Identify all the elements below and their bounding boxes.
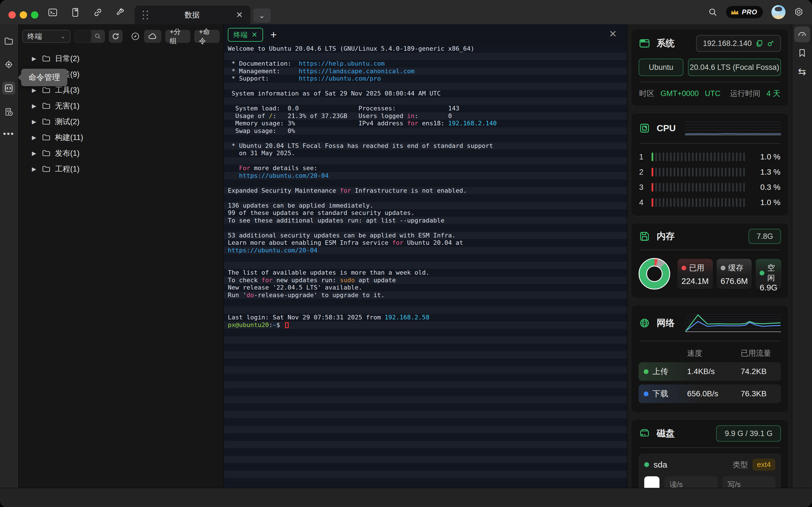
- terminal-line: [224, 262, 627, 269]
- caret-icon[interactable]: ▶: [32, 55, 38, 62]
- cpu-core-list: 11.0 %21.3 %30.3 %41.0 %: [639, 149, 781, 210]
- terminal-line: [224, 374, 627, 381]
- tree-item[interactable]: ▶构建(11): [18, 129, 223, 145]
- avatar[interactable]: [771, 5, 785, 19]
- bottom-bar: [0, 488, 812, 507]
- system-title: 系统: [657, 37, 675, 50]
- pro-badge[interactable]: PRO: [726, 6, 763, 18]
- terminal-line: [224, 82, 627, 90]
- terminal-line: * Ubuntu 20.04 LTS Focal Fossa has reach…: [224, 142, 627, 150]
- terminal-line: 136 updates can be applied immediately.: [224, 202, 627, 210]
- title-bar: 数据 ✕ ⌄ PRO: [0, 0, 812, 24]
- tree-item-label: 发布(1): [55, 148, 80, 158]
- terminal-line: * Documentation: https://help.ubuntu.com: [224, 60, 627, 68]
- monitor-tab-gauge-icon[interactable]: [794, 26, 810, 42]
- network-title: 网络: [657, 317, 675, 329]
- search-input[interactable]: [75, 30, 91, 43]
- terminal-pane: 终端 ✕ + ✕ Welcome to Ubuntu 20.04.6 LTS (…: [224, 24, 627, 488]
- tree-item[interactable]: ▶工程(1): [18, 161, 223, 177]
- memory-title: 内存: [657, 230, 675, 242]
- caret-icon[interactable]: ▶: [32, 118, 38, 125]
- cpu-title: CPU: [657, 123, 676, 133]
- network-row-speed: 1.4KB/s: [687, 367, 741, 376]
- terminal-line: https://ubuntu.com/20-04: [224, 247, 627, 255]
- window-minimize-button[interactable]: [20, 11, 27, 18]
- new-terminal-tab-button[interactable]: +: [270, 29, 276, 40]
- memory-tile-label-row: 空闲: [760, 263, 777, 283]
- sidebar-item-connections[interactable]: [2, 34, 15, 47]
- sidebar-item-target[interactable]: [2, 58, 15, 71]
- bookmark-icon[interactable]: [794, 45, 810, 61]
- transfer-icon[interactable]: ⇆: [794, 64, 810, 79]
- search-icon[interactable]: [708, 7, 718, 17]
- tab-list-dropdown[interactable]: ⌄: [253, 8, 271, 22]
- search-submit-icon[interactable]: [91, 30, 105, 43]
- wrench-icon[interactable]: [116, 8, 125, 17]
- memory-card: 内存 7.8G 已用224.1M缓存676.6M空闲6.9G: [631, 223, 789, 298]
- tab-data[interactable]: 数据 ✕: [135, 6, 250, 24]
- scope-select[interactable]: 终端 ⌄: [22, 30, 70, 43]
- gear-icon[interactable]: [794, 7, 804, 17]
- cloud-sync-button[interactable]: [144, 30, 161, 43]
- add-group-button[interactable]: +分组: [165, 30, 191, 43]
- key-icon[interactable]: [767, 40, 774, 47]
- compass-icon[interactable]: [131, 32, 140, 41]
- memory-tile-value: 6.9G: [760, 283, 777, 292]
- terminal-tab-close-icon[interactable]: ✕: [252, 31, 257, 39]
- add-command-button[interactable]: +命令: [194, 30, 220, 43]
- network-row-traffic: 74.2KB: [741, 367, 781, 376]
- right-icon-strip: ⇆: [792, 24, 812, 488]
- link-icon[interactable]: [93, 8, 103, 17]
- terminal-line: [224, 411, 627, 418]
- window-close-button[interactable]: [8, 11, 16, 18]
- terminal-tab[interactable]: 终端 ✕: [228, 28, 263, 42]
- tree-item[interactable]: ▶无害(1): [18, 98, 223, 114]
- refresh-button[interactable]: [109, 30, 122, 43]
- ip-pill[interactable]: 192.168.2.140: [696, 35, 781, 52]
- terminal-line: [224, 329, 627, 336]
- sidebar-item-history[interactable]: [2, 105, 15, 118]
- terminal-line: Last login: Sat Nov 29 07:58:31 2025 fro…: [224, 314, 627, 321]
- sidebar-more-icon[interactable]: •••: [3, 129, 15, 138]
- sidebar-item-command-manager[interactable]: [2, 82, 15, 95]
- copy-icon[interactable]: [756, 40, 763, 47]
- terminal-line: To see these additional updates run: apt…: [224, 217, 627, 224]
- terminal-line: 99 of these updates are standard securit…: [224, 209, 627, 217]
- tree-item[interactable]: ▶测试(2): [18, 114, 223, 129]
- caret-icon[interactable]: ▶: [32, 103, 38, 109]
- system-card: 系统 192.168.2.140 Ubuntu: [631, 29, 789, 106]
- memory-tiles: 已用224.1M缓存676.6M空闲6.9G: [677, 259, 781, 289]
- terminal-icon[interactable]: [48, 8, 57, 17]
- terminal-line: [224, 224, 627, 232]
- caret-icon[interactable]: ▶: [32, 166, 38, 172]
- tree-item[interactable]: ▶发布(1): [18, 145, 223, 161]
- terminal-line: [224, 254, 627, 262]
- memory-tile-value: 676.6M: [721, 277, 748, 286]
- terminal-panel-close-icon[interactable]: ✕: [609, 28, 617, 40]
- cpu-core-value: 1.3 %: [753, 168, 780, 177]
- chevron-down-icon: ⌄: [60, 33, 65, 40]
- folder-icon: [42, 86, 50, 94]
- memory-total-pill: 7.8G: [749, 229, 781, 244]
- cpu-core-value: 0.3 %: [753, 183, 780, 192]
- notebook-icon[interactable]: [70, 8, 80, 17]
- memory-icon: [639, 230, 651, 242]
- tab-drag-handle[interactable]: [143, 11, 148, 19]
- os-version-pill: 20.04.6 LTS (Focal Fossa): [688, 59, 781, 76]
- terminal-line: To check for new updates run: sudo apt u…: [224, 277, 627, 284]
- caret-icon[interactable]: ▶: [32, 87, 38, 94]
- terminal-cursor: [285, 322, 289, 328]
- crown-icon: [730, 8, 740, 16]
- window-zoom-button[interactable]: [31, 11, 38, 18]
- cpu-sparkline: [685, 119, 781, 137]
- terminal-line: Learn more about enabling ESM Infra serv…: [224, 239, 627, 247]
- terminal-output[interactable]: Welcome to Ubuntu 20.04.6 LTS (GNU/Linux…: [224, 45, 627, 488]
- memory-donut-chart: [639, 258, 670, 290]
- tree-search[interactable]: [74, 30, 105, 43]
- tree-item[interactable]: ▶日常(2): [18, 51, 223, 66]
- tab-close-icon[interactable]: ✕: [236, 11, 243, 19]
- caret-icon[interactable]: ▶: [32, 134, 38, 141]
- disk-device-tile: sda 类型 ext4 读/s 0.0 B 写/s 42.7 KB: [639, 453, 781, 488]
- caret-icon[interactable]: ▶: [32, 150, 38, 157]
- terminal-line: https://ubuntu.com/20-04: [224, 172, 627, 180]
